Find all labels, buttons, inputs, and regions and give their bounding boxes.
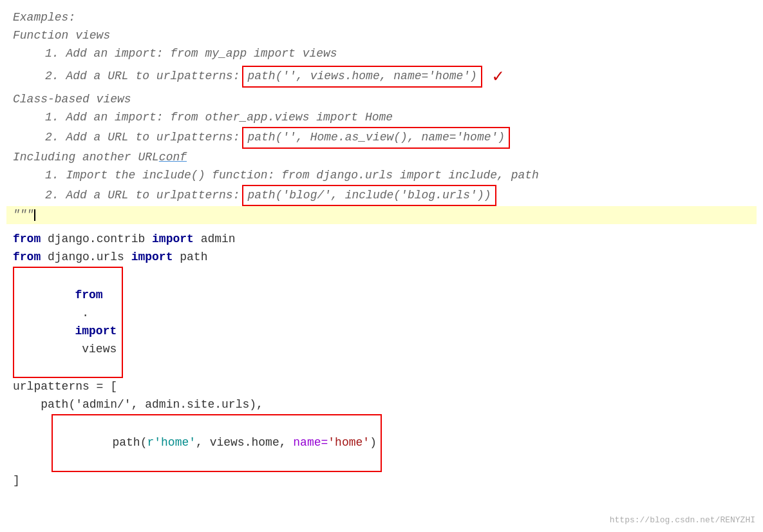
cbv-item2: 2. Add a URL to urlpatterns: path('', Ho… <box>6 127 757 149</box>
import-keyword-2: import <box>131 249 173 267</box>
bottom-url: https://blog.csdn.net/RENYZHI <box>610 514 755 527</box>
admin-path-line: path('admin/', admin.site.urls), <box>6 396 757 414</box>
inc-item2: 2. Add a URL to urlpatterns: path('blog/… <box>6 185 757 207</box>
cbv-item2-prefix: 2. Add a URL to urlpatterns: <box>45 129 240 147</box>
home-path-box: path(r'home', views.home, name='home') <box>52 414 382 472</box>
cbv-item1: 1. Add an import: from other_app.views i… <box>6 109 757 127</box>
class-based-views-label: Class-based views <box>13 91 131 109</box>
function-views-heading: Function views <box>6 27 757 45</box>
closing-bracket-line: ] <box>6 472 757 490</box>
triple-quote: """ <box>13 206 33 224</box>
admin-path-text: path('admin/', admin.site.urls), <box>41 396 263 414</box>
admin-text: admin <box>194 231 236 249</box>
comma1: , views.home, <box>196 436 293 449</box>
class-based-views-heading: Class-based views <box>6 91 757 109</box>
fv-item1-text: 1. Add an import: from my_app import vie… <box>45 45 337 63</box>
cbv-item1-text: 1. Add an import: from other_app.views i… <box>45 109 393 127</box>
import-admin-line: from django.contrib import admin <box>6 231 757 249</box>
inc-item2-prefix: 2. Add a URL to urlpatterns: <box>45 187 240 205</box>
django-urls-text: django.urls <box>41 249 131 267</box>
home-path-line: path(r'home', views.home, name='home') <box>6 414 757 472</box>
examples-line: Examples: <box>6 9 757 27</box>
closing-bracket: ] <box>13 472 20 490</box>
import-keyword-1: import <box>152 231 194 249</box>
views-text: views <box>75 343 117 356</box>
path-func: path( <box>112 436 147 449</box>
import-path-line: from django.urls import path <box>6 249 757 267</box>
urlpatterns-line: urlpatterns = [ <box>6 378 757 396</box>
indent-1 <box>13 396 41 414</box>
inc-item2-code: path('blog/', include('blog.urls')) <box>247 189 491 202</box>
name-keyword: name= <box>293 436 328 449</box>
from-keyword-3: from <box>75 289 102 301</box>
inc-item1-text: 1. Import the include() function: from d… <box>45 167 539 185</box>
fv-item2-code: path('', views.home, name='home') <box>247 70 476 82</box>
code-block: from django.contrib import admin from dj… <box>6 227 757 493</box>
home-string: 'home' <box>328 436 370 449</box>
django-contrib-text: django.contrib <box>41 231 152 249</box>
import-keyword-3: import <box>75 325 117 337</box>
checkmark-icon: ✓ <box>493 63 504 91</box>
including-heading: Including another URLconf <box>6 149 757 167</box>
function-views-label: Function views <box>13 27 110 45</box>
from-keyword-2: from <box>13 249 41 267</box>
including-label: Including another URLconf <box>13 149 187 167</box>
cbv-item2-code: path('', Home.as_view(), name='home') <box>247 131 505 144</box>
close-paren: ) <box>370 436 377 449</box>
from-keyword-1: from <box>13 231 41 249</box>
import-views-line: from . import views <box>6 267 757 378</box>
from-import-box: from . import views <box>13 267 123 378</box>
path-text: path <box>173 249 207 267</box>
comment-block: Examples: Function views 1. Add an impor… <box>6 6 757 227</box>
urlpatterns-text: urlpatterns = [ <box>13 378 117 396</box>
inc-item2-code-box: path('blog/', include('blog.urls')) <box>242 185 496 207</box>
fv-item2-code-box: path('', views.home, name='home') <box>242 66 482 88</box>
dot-text: . <box>75 307 95 319</box>
fv-item2: 2. Add a URL to urlpatterns: path('', vi… <box>6 63 757 91</box>
cursor <box>34 209 35 221</box>
code-area: Examples: Function views 1. Add an impor… <box>0 6 763 494</box>
inc-item1: 1. Import the include() function: from d… <box>6 167 757 185</box>
cbv-item2-code-box: path('', Home.as_view(), name='home') <box>242 127 510 149</box>
r-string: r'home' <box>147 436 196 449</box>
fv-item2-prefix: 2. Add a URL to urlpatterns: <box>45 68 240 86</box>
docstring-end-line: """ <box>6 206 757 224</box>
examples-label: Examples: <box>13 9 75 27</box>
fv-item1: 1. Add an import: from my_app import vie… <box>6 45 757 63</box>
